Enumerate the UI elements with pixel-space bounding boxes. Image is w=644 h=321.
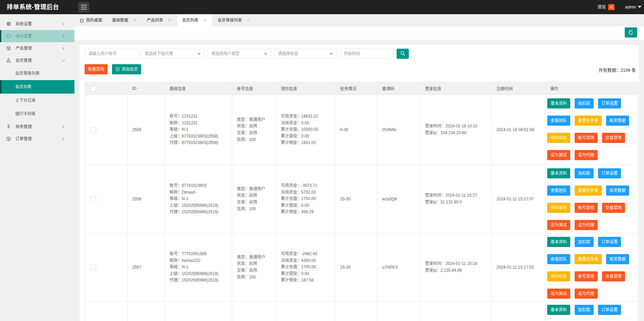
svg-text:$: $ [7, 124, 10, 129]
